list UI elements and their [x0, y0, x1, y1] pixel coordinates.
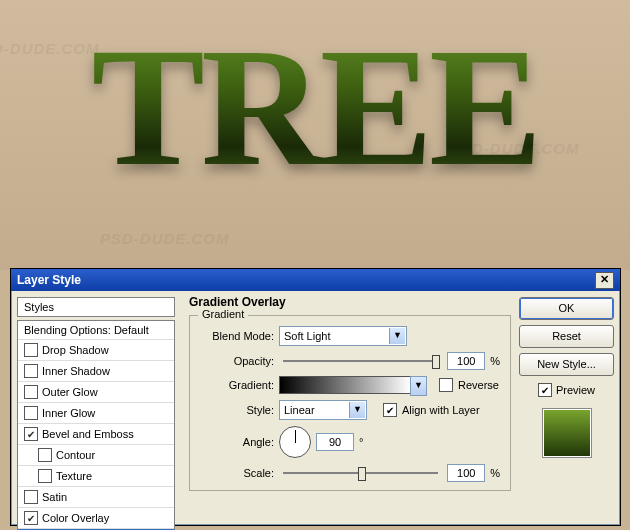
effect-label: Color Overlay — [42, 512, 109, 524]
titlebar[interactable]: Layer Style ✕ — [11, 269, 620, 291]
effect-label: Drop Shadow — [42, 344, 109, 356]
effect-item-inner-glow[interactable]: Inner Glow — [18, 403, 174, 424]
opacity-input[interactable]: 100 — [447, 352, 485, 370]
effect-checkbox[interactable] — [24, 364, 38, 378]
effect-checkbox[interactable] — [38, 448, 52, 462]
effect-checkbox[interactable]: ✔ — [24, 427, 38, 441]
effect-label: Contour — [56, 449, 95, 461]
effect-label: Inner Shadow — [42, 365, 110, 377]
options-panel: Gradient Overlay Gradient Blend Mode: So… — [181, 291, 519, 525]
chevron-down-icon[interactable]: ▼ — [410, 376, 427, 396]
style-dropdown[interactable]: Linear ▼ — [279, 400, 367, 420]
effects-sidebar: Styles Blending Options: DefaultDrop Sha… — [11, 291, 181, 525]
ok-button[interactable]: OK — [519, 297, 614, 320]
style-value: Linear — [284, 404, 315, 416]
gradient-fieldset: Gradient Blend Mode: Soft Light ▼ Opacit… — [189, 315, 511, 491]
effect-item-outer-glow[interactable]: Outer Glow — [18, 382, 174, 403]
effect-checkbox[interactable] — [24, 385, 38, 399]
watermark: PSD-DUDE.COM — [100, 230, 230, 247]
effect-item-inner-shadow[interactable]: Inner Shadow — [18, 361, 174, 382]
percent-label: % — [490, 467, 500, 479]
effects-list: Blending Options: DefaultDrop ShadowInne… — [17, 320, 175, 530]
angle-dial[interactable] — [279, 426, 311, 458]
effect-checkbox[interactable] — [24, 490, 38, 504]
scale-label: Scale: — [200, 467, 274, 479]
preview-swatch — [542, 408, 592, 458]
gradient-label: Gradient: — [200, 379, 274, 391]
blend-mode-value: Soft Light — [284, 330, 330, 342]
reverse-label: Reverse — [458, 379, 499, 391]
chevron-down-icon: ▼ — [349, 402, 365, 418]
opacity-slider[interactable] — [283, 360, 438, 362]
effect-checkbox[interactable] — [24, 343, 38, 357]
chevron-down-icon: ▼ — [389, 328, 405, 344]
blend-mode-dropdown[interactable]: Soft Light ▼ — [279, 326, 407, 346]
angle-label: Angle: — [200, 436, 274, 448]
percent-label: % — [490, 355, 500, 367]
effect-checkbox[interactable] — [24, 406, 38, 420]
scale-input[interactable]: 100 — [447, 464, 485, 482]
effect-item-texture[interactable]: Texture — [18, 466, 174, 487]
layer-style-dialog: Layer Style ✕ Styles Blending Options: D… — [10, 268, 621, 526]
dialog-title: Layer Style — [17, 273, 81, 287]
new-style-button[interactable]: New Style... — [519, 353, 614, 376]
effect-item-color-overlay[interactable]: ✔Color Overlay — [18, 508, 174, 529]
angle-input[interactable]: 90 — [316, 433, 354, 451]
close-button[interactable]: ✕ — [595, 272, 614, 289]
effect-item-contour[interactable]: Contour — [18, 445, 174, 466]
effect-item-drop-shadow[interactable]: Drop Shadow — [18, 340, 174, 361]
effect-checkbox[interactable] — [38, 469, 52, 483]
effect-item-satin[interactable]: Satin — [18, 487, 174, 508]
effect-label: Inner Glow — [42, 407, 95, 419]
effect-label: Blending Options: Default — [24, 324, 149, 336]
reverse-checkbox[interactable] — [439, 378, 453, 392]
styles-header[interactable]: Styles — [17, 297, 175, 317]
text-layer: TREE — [0, 10, 630, 205]
style-label: Style: — [200, 404, 274, 416]
opacity-label: Opacity: — [200, 355, 274, 367]
fieldset-label: Gradient — [198, 308, 248, 320]
align-label: Align with Layer — [402, 404, 480, 416]
reset-button[interactable]: Reset — [519, 325, 614, 348]
effect-label: Satin — [42, 491, 67, 503]
document-canvas: PSD-DUDE.COM PSD-DUDE.COM PSD-DUDE.COM T… — [0, 0, 630, 270]
effect-label: Texture — [56, 470, 92, 482]
preview-checkbox[interactable]: ✔ — [538, 383, 552, 397]
degree-label: ° — [359, 436, 363, 448]
action-column: OK Reset New Style... ✔ Preview — [519, 291, 620, 525]
effect-label: Bevel and Emboss — [42, 428, 134, 440]
effect-checkbox[interactable]: ✔ — [24, 511, 38, 525]
scale-slider[interactable] — [283, 472, 438, 474]
panel-title: Gradient Overlay — [189, 295, 511, 309]
effect-label: Outer Glow — [42, 386, 98, 398]
align-checkbox[interactable]: ✔ — [383, 403, 397, 417]
gradient-picker[interactable]: ▼ — [279, 376, 411, 394]
blend-mode-label: Blend Mode: — [200, 330, 274, 342]
effect-item-blending-options-default[interactable]: Blending Options: Default — [18, 321, 174, 340]
preview-label: Preview — [556, 384, 595, 396]
effect-item-bevel-and-emboss[interactable]: ✔Bevel and Emboss — [18, 424, 174, 445]
